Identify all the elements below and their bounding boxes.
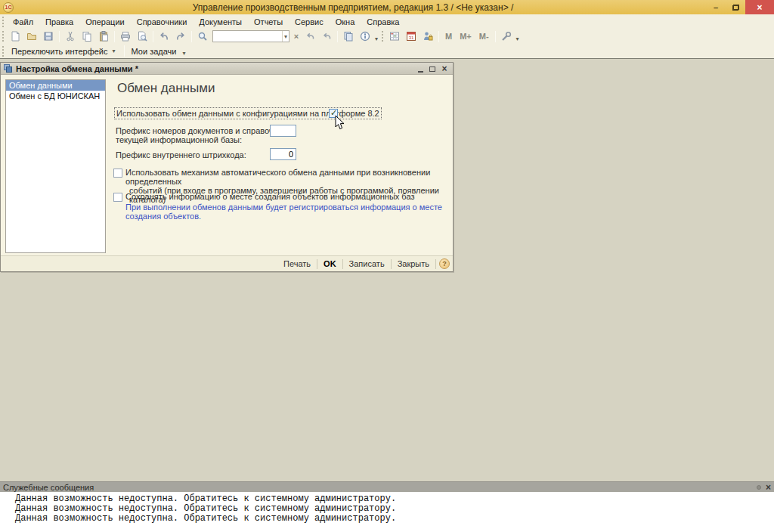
dialog-maximize-icon	[429, 66, 435, 72]
quick-search-input[interactable]	[213, 32, 282, 41]
button-separator	[435, 259, 436, 269]
my-tasks-dropdown-icon[interactable]: ▾	[181, 50, 187, 57]
menubar-grip[interactable]	[2, 17, 4, 27]
search-forward-icon[interactable]	[318, 29, 335, 43]
prefix-docs-input[interactable]	[270, 125, 296, 137]
toolbar-grip[interactable]	[2, 31, 4, 42]
message-line: Данная возможность недоступна. Обратитес…	[15, 514, 774, 524]
calc-memory-recall-button[interactable]: M	[441, 32, 456, 41]
minimize-icon: –	[714, 3, 718, 12]
menu-reports[interactable]: Отчеты	[248, 16, 289, 28]
clear-search-icon[interactable]: ×	[291, 29, 302, 43]
auto-exchange-label-line1: Использовать механизм автоматического об…	[125, 168, 453, 186]
switch-interface-dropdown-icon: ▾	[111, 48, 117, 54]
new-document-icon[interactable]	[7, 29, 23, 43]
button-separator	[317, 259, 317, 269]
dialog-minimize-button[interactable]	[414, 63, 426, 74]
save-location-checkbox[interactable]	[113, 193, 122, 202]
help-button[interactable]: ?	[439, 258, 450, 269]
my-tasks-button[interactable]: Мои задачи	[127, 45, 181, 57]
prefix-docs-label: Префикс номеров документов и справочнико…	[116, 126, 296, 144]
prefix-docs-label-line1: Префикс номеров документов и справочнико…	[116, 126, 296, 135]
services-dropdown-icon[interactable]: ▾	[515, 36, 521, 42]
menu-bar: Файл Правка Операции Справочники Докумен…	[0, 14, 774, 29]
close-dialog-button[interactable]: Закрыть	[392, 258, 435, 270]
messages-panel-title: Служебные сообщения	[0, 483, 94, 492]
close-button[interactable]: ×	[745, 0, 774, 14]
calendar-icon[interactable]: 31	[403, 29, 420, 43]
application-window: 1С Управление производственным предприят…	[0, 0, 774, 532]
page-title: Обмен данными	[117, 81, 215, 96]
ok-button[interactable]: OK	[318, 258, 342, 270]
menu-service[interactable]: Сервис	[289, 16, 330, 28]
messages-close-icon[interactable]: ×	[766, 483, 771, 492]
calc-memory-add-button[interactable]: M+	[456, 32, 475, 41]
menu-file[interactable]: Файл	[7, 16, 39, 28]
calc-memory-subtract-button[interactable]: M-	[475, 32, 493, 41]
save-location-hint: При выполнении обменов данными будет рег…	[125, 203, 453, 221]
menu-documents[interactable]: Документы	[193, 16, 248, 28]
interface-toolbar: Переключить интерфейс ▾ Мои задачи ▾	[0, 44, 774, 58]
info-icon[interactable]	[357, 29, 373, 43]
table-board-icon[interactable]	[386, 29, 403, 43]
button-separator	[391, 259, 392, 269]
settings-nav-list: Обмен данными Обмен с БД ЮНИСКАН	[5, 79, 106, 253]
use-exchange-label[interactable]: Использовать обмен данными с конфигураци…	[114, 107, 382, 119]
svg-text:31: 31	[409, 36, 414, 40]
toolbar-separator	[191, 31, 192, 42]
open-icon[interactable]	[23, 29, 40, 43]
messages-panel-header[interactable]: Служебные сообщения ×	[0, 481, 774, 492]
menu-help[interactable]: Справка	[361, 16, 405, 28]
dialog-close-button[interactable]: ×	[438, 63, 450, 74]
toolbar-separator	[114, 31, 115, 42]
print-button[interactable]: Печать	[278, 258, 316, 270]
menu-operations[interactable]: Операции	[79, 16, 130, 28]
dialog-title: Настройка обмена данными *	[16, 64, 138, 73]
save-location-label: Сохранять информацию о месте создания об…	[125, 192, 414, 201]
paste-icon[interactable]	[95, 29, 112, 43]
quick-search-combo: ▾	[212, 30, 289, 42]
toolbar-separator	[337, 31, 338, 42]
undo-icon[interactable]	[156, 29, 172, 43]
user-lock-icon[interactable]	[420, 29, 436, 43]
print-preview-icon[interactable]	[134, 29, 150, 43]
search-back-icon[interactable]	[302, 29, 318, 43]
menu-edit[interactable]: Правка	[39, 16, 79, 28]
toolbar-separator	[153, 31, 153, 42]
pin-icon[interactable]	[757, 485, 761, 490]
switch-interface-button[interactable]: Переключить интерфейс ▾	[7, 45, 122, 57]
use-exchange-checkbox[interactable]	[329, 109, 338, 118]
services-wrench-icon[interactable]	[498, 29, 515, 43]
dialog-button-bar: Печать OK Записать Закрыть ?	[1, 255, 453, 271]
dialog-minimize-icon	[418, 71, 423, 73]
main-titlebar[interactable]: 1С Управление производственным предприят…	[0, 0, 774, 14]
mdi-workspace: Настройка обмена данными * × Обмен данны…	[0, 59, 774, 481]
restore-button[interactable]	[726, 0, 745, 14]
print-icon[interactable]	[117, 29, 134, 43]
menu-windows[interactable]: Окна	[330, 16, 361, 28]
toolbar-grip[interactable]	[382, 31, 383, 42]
save-icon[interactable]	[40, 29, 57, 43]
prefix-barcode-input[interactable]	[270, 148, 296, 160]
window-controls: – ×	[706, 0, 774, 14]
ifacebar-grip[interactable]	[2, 46, 4, 57]
minimize-button[interactable]: –	[706, 0, 726, 14]
dialog-titlebar[interactable]: Настройка обмена данными * ×	[1, 63, 453, 75]
search-dropdown-icon[interactable]: ▾	[282, 31, 289, 42]
nav-item-uniscan[interactable]: Обмен с БД ЮНИСКАН	[6, 91, 105, 101]
menu-catalogs[interactable]: Справочники	[131, 16, 194, 28]
search-icon[interactable]	[194, 29, 211, 43]
clipboard-copy-icon[interactable]	[340, 29, 357, 43]
nav-item-exchange[interactable]: Обмен данными	[6, 80, 105, 91]
messages-panel-body: Данная возможность недоступна. Обратитес…	[0, 492, 774, 532]
dialog-close-icon: ×	[441, 63, 447, 74]
toolbar-separator	[124, 45, 125, 57]
restore-icon	[732, 5, 739, 11]
copy-icon[interactable]	[79, 29, 95, 43]
cut-icon[interactable]	[62, 29, 79, 43]
write-button[interactable]: Записать	[344, 258, 390, 270]
dialog-maximize-button[interactable]	[426, 63, 438, 74]
auto-exchange-checkbox[interactable]	[113, 169, 122, 178]
info-dropdown-icon[interactable]: ▾	[373, 36, 379, 42]
redo-icon[interactable]	[172, 29, 189, 43]
